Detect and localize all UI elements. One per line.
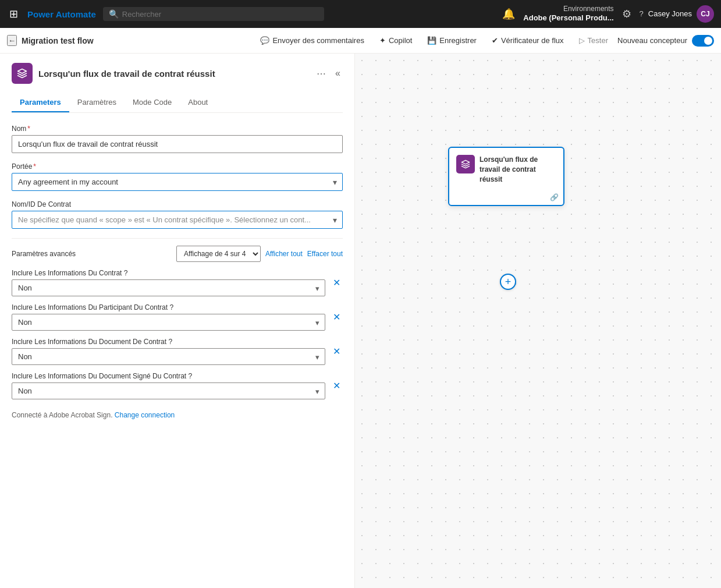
panel-tabs: Parameters Paramètres Mode Code About xyxy=(12,93,343,113)
panel-title: Lorsqu'un flux de travail de contrat réu… xyxy=(38,69,308,79)
param-row-info-participant: Inclure Les Informations Du Participant … xyxy=(12,303,343,331)
comment-icon: 💬 xyxy=(260,36,269,45)
save-icon: 💾 xyxy=(427,36,436,45)
main-content: Lorsqu'un flux de travail de contrat réu… xyxy=(0,54,721,588)
nouveau-toggle[interactable] xyxy=(692,35,714,47)
remove-info-signe-button[interactable]: ✕ xyxy=(330,380,343,392)
afficher-tout-button[interactable]: Afficher tout xyxy=(265,250,303,258)
nouveau-label: Nouveau concepteur xyxy=(617,36,687,45)
portee-field-group: Portée* Any agreement in my account Any … xyxy=(12,162,343,191)
flow-name: Migration test flow xyxy=(22,36,94,45)
param-select-info-document[interactable]: Non Oui xyxy=(12,348,325,365)
node-title: Lorsqu'un flux detravail de contratréuss… xyxy=(480,155,538,184)
canvas: Lorsqu'un flux detravail de contratréuss… xyxy=(355,54,721,588)
envoyer-commentaires-button[interactable]: 💬 Envoyer des commentaires xyxy=(254,33,370,48)
param-select-wrap-info-participant: Non Oui xyxy=(12,314,325,331)
left-panel: Lorsqu'un flux de travail de contrat réu… xyxy=(0,54,355,588)
node-footer: 🔗 xyxy=(449,191,563,205)
secondary-navigation: ← Migration test flow 💬 Envoyer des comm… xyxy=(0,28,721,54)
nom-label: Nom* xyxy=(12,125,343,133)
trigger-icon xyxy=(12,63,33,84)
nomid-select[interactable]: Ne spécifiez que quand « scope » est « U… xyxy=(12,211,343,229)
node-trigger-icon xyxy=(456,155,475,173)
portee-label: Portée* xyxy=(12,162,343,171)
param-row-info-document: Inclure Les Informations Du Document De … xyxy=(12,338,343,365)
nom-input[interactable] xyxy=(12,135,343,153)
connection-info: Connecté à Adobe Acrobat Sign. Change co… xyxy=(12,411,343,419)
nouveau-toggle-section: Nouveau concepteur xyxy=(617,35,714,47)
param-label-info-signe: Inclure Les Informations Du Document Sig… xyxy=(12,372,325,380)
tab-mode-code[interactable]: Mode Code xyxy=(125,93,180,112)
enregistrer-button[interactable]: 💾 Enregistrer xyxy=(421,33,482,48)
back-arrow-icon: ← xyxy=(8,36,16,45)
tab-parameters[interactable]: Parameters xyxy=(12,93,69,112)
param-label-info-contrat: Inclure Les Informations Du Contrat ? xyxy=(12,269,325,277)
app-logo: Power Automate xyxy=(27,9,96,19)
play-icon: ▷ xyxy=(579,36,585,45)
param-row-info-contrat: Inclure Les Informations Du Contrat ? No… xyxy=(12,269,343,296)
node-link-icon: 🔗 xyxy=(550,193,559,201)
param-group-info-document: Inclure Les Informations Du Document De … xyxy=(12,338,325,365)
node-inner: Lorsqu'un flux detravail de contratréuss… xyxy=(449,148,563,191)
param-select-info-signe[interactable]: Non Oui xyxy=(12,382,325,399)
remove-info-contrat-button[interactable]: ✕ xyxy=(330,277,343,289)
back-button[interactable]: ← xyxy=(7,35,17,46)
advanced-label: Paramètres avancés xyxy=(12,250,172,258)
param-group-info-participant: Inclure Les Informations Du Participant … xyxy=(12,303,325,331)
search-input[interactable] xyxy=(122,10,318,19)
param-label-info-participant: Inclure Les Informations Du Participant … xyxy=(12,303,325,311)
more-options-button[interactable]: ⋯ xyxy=(314,67,328,80)
effacer-tout-button[interactable]: Effacer tout xyxy=(307,250,343,258)
user-name: Casey Jones xyxy=(648,9,692,18)
advanced-display-select[interactable]: Affichage de 4 sur 4 xyxy=(176,246,261,262)
change-connection-link[interactable]: Change connection xyxy=(115,411,175,419)
param-row-info-signe: Inclure Les Informations Du Document Sig… xyxy=(12,372,343,399)
nomid-select-wrapper: Ne spécifiez que quand « scope » est « U… xyxy=(12,211,343,229)
param-group-info-signe: Inclure Les Informations Du Document Sig… xyxy=(12,372,325,399)
nom-field-group: Nom* xyxy=(12,125,343,153)
environment-info: Environnements Adobe (Personal Produ... xyxy=(523,5,613,23)
panel-header: Lorsqu'un flux de travail de contrat réu… xyxy=(12,63,343,84)
advanced-params-header: Paramètres avancés Affichage de 4 sur 4 … xyxy=(12,246,343,262)
help-icon: ? xyxy=(640,9,644,18)
collapse-panel-button[interactable]: « xyxy=(333,67,343,80)
secondnav-actions: 💬 Envoyer des commentaires ✦ Copilot 💾 E… xyxy=(254,33,714,48)
verificateur-button[interactable]: ✔ Vérificateur de flux xyxy=(486,33,570,48)
param-select-wrap-info-signe: Non Oui xyxy=(12,382,325,399)
nomid-field-group: Nom/ID De Contrat Ne spécifiez que quand… xyxy=(12,200,343,229)
check-icon: ✔ xyxy=(492,36,498,45)
top-navigation: ⊞ Power Automate 🔍 🔔 Environnements Adob… xyxy=(0,0,721,28)
copilot-button[interactable]: ✦ Copilot xyxy=(374,33,418,48)
param-select-wrap-info-document: Non Oui xyxy=(12,348,325,365)
add-step-button[interactable]: + xyxy=(500,274,516,290)
tab-about[interactable]: About xyxy=(180,93,216,112)
panel-header-actions: ⋯ « xyxy=(314,67,343,80)
param-select-info-participant[interactable]: Non Oui xyxy=(12,314,325,331)
remove-info-participant-button[interactable]: ✕ xyxy=(330,311,343,324)
tab-parametres[interactable]: Paramètres xyxy=(69,93,125,112)
apps-grid-icon[interactable]: ⊞ xyxy=(7,5,20,23)
search-bar[interactable]: 🔍 xyxy=(103,7,324,21)
param-label-info-document: Inclure Les Informations Du Document De … xyxy=(12,338,325,346)
tester-button[interactable]: ▷ Tester xyxy=(573,33,614,48)
portee-select-wrapper: Any agreement in my account Any agreemen… xyxy=(12,173,343,191)
portee-select[interactable]: Any agreement in my account Any agreemen… xyxy=(12,173,343,191)
param-select-wrap-info-contrat: Non Oui xyxy=(12,279,325,296)
nomid-label: Nom/ID De Contrat xyxy=(12,200,343,208)
settings-icon[interactable]: ⚙ xyxy=(622,8,631,20)
divider xyxy=(12,238,343,239)
copilot-icon: ✦ xyxy=(379,36,386,45)
topnav-right-section: 🔔 Environnements Adobe (Personal Produ..… xyxy=(502,5,714,23)
avatar: CJ xyxy=(697,5,714,23)
search-icon: 🔍 xyxy=(109,9,119,19)
remove-info-document-button[interactable]: ✕ xyxy=(330,345,343,358)
user-profile[interactable]: ? Casey Jones CJ xyxy=(640,5,714,23)
param-select-info-contrat[interactable]: Non Oui xyxy=(12,279,325,296)
bell-icon[interactable]: 🔔 xyxy=(502,8,515,20)
param-group-info-contrat: Inclure Les Informations Du Contrat ? No… xyxy=(12,269,325,296)
canvas-node[interactable]: Lorsqu'un flux detravail de contratréuss… xyxy=(448,147,564,206)
